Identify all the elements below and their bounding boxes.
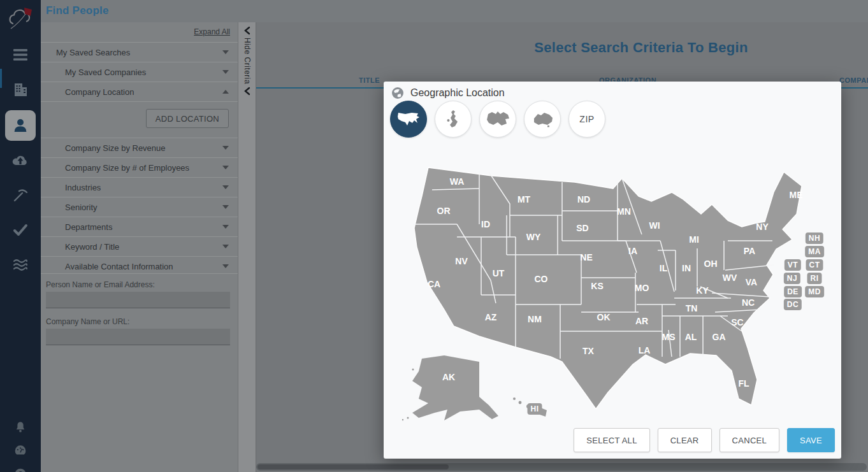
state-badge-ct[interactable]: CT (806, 259, 823, 271)
state-wy[interactable]: WY (526, 232, 541, 242)
state-ak[interactable]: AK (442, 372, 455, 382)
modal-header: Geographic Location (391, 87, 505, 99)
state-badge-nh[interactable]: NH (806, 232, 823, 244)
state-badge-dc[interactable]: DC (784, 299, 802, 310)
united-states-map-icon (396, 111, 421, 127)
modal-title: Geographic Location (410, 87, 505, 99)
state-ga[interactable]: GA (712, 332, 726, 342)
state-nc[interactable]: NC (742, 297, 755, 308)
state-pa[interactable]: PA (744, 246, 755, 256)
state-oh[interactable]: OH (704, 259, 718, 269)
state-badge-vt[interactable]: VT (785, 259, 801, 271)
state-va[interactable]: VA (746, 277, 757, 287)
select-all-button[interactable]: SELECT ALL (574, 428, 649, 452)
state-la[interactable]: LA (639, 345, 651, 355)
state-badge-md[interactable]: MD (805, 286, 824, 297)
united-kingdom-map-icon (447, 110, 459, 129)
globe-icon (391, 87, 404, 99)
state-co[interactable]: CO (535, 274, 548, 284)
state-tx[interactable]: TX (582, 346, 595, 356)
alaska-shape[interactable] (412, 355, 498, 420)
cancel-button[interactable]: CANCEL (720, 428, 780, 452)
state-ut[interactable]: UT (493, 268, 505, 278)
state-badge-ri[interactable]: RI (807, 273, 822, 284)
state-wi[interactable]: WI (649, 220, 660, 231)
state-ne[interactable]: NE (580, 252, 592, 262)
state-in[interactable]: IN (682, 263, 691, 273)
state-mo[interactable]: MO (635, 283, 649, 293)
state-il[interactable]: IL (660, 263, 668, 273)
state-ny[interactable]: NY (756, 222, 769, 232)
state-fl[interactable]: FL (738, 378, 749, 389)
state-me[interactable]: ME (790, 190, 803, 200)
state-az[interactable]: AZ (485, 312, 497, 322)
state-wa[interactable]: WA (450, 176, 465, 187)
us-states-map[interactable]: WAORCANVIDMTWYUTAZNMCONDSDNEKSOKTXMNIAMO… (384, 145, 841, 426)
geographic-location-modal: Geographic Location ZIP (384, 82, 841, 459)
state-badge-hi[interactable]: HI (528, 403, 542, 415)
state-mi[interactable]: MI (689, 234, 699, 245)
state-or[interactable]: OR (437, 206, 451, 216)
state-ar[interactable]: AR (635, 316, 648, 326)
state-nv[interactable]: NV (455, 256, 468, 266)
region-tab-united-states[interactable] (390, 101, 427, 138)
state-badge-nj[interactable]: NJ (784, 273, 800, 284)
modal-footer: SELECT ALL CLEAR CANCEL SAVE (574, 428, 835, 452)
australia-map-icon (531, 111, 554, 127)
region-tab-united-kingdom[interactable] (435, 101, 472, 138)
state-ok[interactable]: OK (597, 312, 611, 322)
state-ky[interactable]: KY (696, 285, 709, 296)
region-tab-zip[interactable]: ZIP (568, 101, 605, 138)
state-id[interactable]: ID (481, 219, 490, 229)
state-ia[interactable]: IA (628, 246, 637, 256)
canada-map-icon (485, 110, 510, 128)
region-tab-australia[interactable] (524, 101, 561, 138)
save-button[interactable]: SAVE (787, 428, 835, 452)
state-badge-de[interactable]: DE (784, 286, 802, 297)
state-nm[interactable]: NM (528, 314, 542, 324)
state-wv[interactable]: WV (723, 273, 737, 283)
clear-button[interactable]: CLEAR (658, 428, 712, 452)
state-sd[interactable]: SD (576, 223, 588, 233)
state-mn[interactable]: MN (617, 206, 631, 217)
state-nd[interactable]: ND (577, 194, 590, 204)
state-tn[interactable]: TN (686, 303, 698, 313)
state-ms[interactable]: MS (662, 332, 676, 342)
region-tab-canada[interactable] (479, 101, 516, 138)
state-badge-ma[interactable]: MA (805, 246, 824, 257)
state-ca[interactable]: CA (428, 279, 440, 289)
state-mt[interactable]: MT (517, 194, 531, 204)
zip-tab-label: ZIP (579, 114, 594, 124)
state-al[interactable]: AL (685, 332, 697, 342)
state-sc[interactable]: SC (731, 317, 743, 327)
state-ks[interactable]: KS (591, 281, 603, 291)
